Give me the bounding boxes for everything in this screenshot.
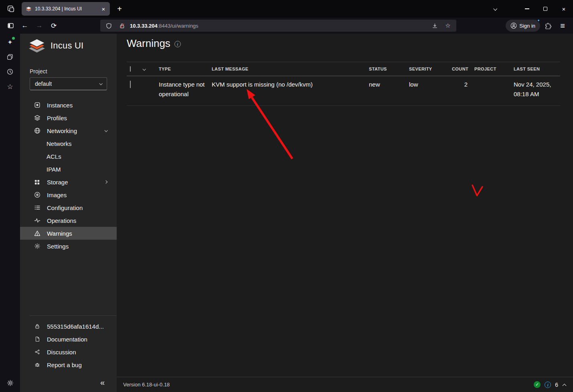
version-label: Version 6.18-ui-0.18 [123,382,170,388]
sidebar-item-label: 555315d6afa1614d... [47,323,104,330]
bookmarks-button[interactable]: ☆ [3,80,17,93]
sidebar-item-storage[interactable]: Storage [20,176,117,188]
help-info-icon[interactable]: i [174,41,181,47]
row-checkbox[interactable] [130,81,131,88]
notification-count: 6 [555,382,558,388]
maximize-button[interactable] [536,0,555,18]
expand-all-chevron-icon[interactable] [142,67,146,71]
sidebar-item-ipam[interactable]: IPAM [20,163,117,176]
sidebar-item-configuration[interactable]: Configuration [20,201,117,214]
page-title-row: Warnings i [127,35,560,51]
warning-triangle-icon [34,230,40,236]
main-navigation: Instances Profiles Networking Netwo [20,99,117,253]
sidebar-item-warnings[interactable]: Warnings [20,227,117,240]
forward-button[interactable]: → [33,20,46,32]
gear-icon [7,380,14,386]
url-host: 10.3.33.204 [130,23,158,29]
firefox-view-button[interactable] [4,2,18,15]
sidebar-item-discussion[interactable]: Discussion [20,346,117,358]
chevron-down-icon [493,6,497,10]
ai-status-dot [12,37,15,40]
synced-tabs-button[interactable] [3,50,17,64]
sidebar-item-acls[interactable]: ACLs [20,150,117,163]
status-ok-icon[interactable]: ✓ [534,381,541,388]
sidebar-item-certificate[interactable]: 555315d6afa1614d... [20,320,117,333]
sidebar-item-networking[interactable]: Networking [20,124,117,137]
navigation-toolbar: ← → ⟳ 10.3.33.204:8443/ui/warnings [0,18,573,34]
project-selected-value: default [35,81,52,87]
ai-chatbot-button[interactable]: ✦ [3,35,17,49]
back-button[interactable]: ← [18,20,31,32]
table-row: Instance type not operational KVM suppor… [127,76,560,106]
tab-close-icon[interactable]: × [99,5,107,13]
sidebar-item-label: Discussion [47,349,76,356]
chevron-down-icon [99,82,102,85]
close-window-button[interactable]: × [555,0,573,18]
share-icon [34,349,40,355]
sidebar-item-instances[interactable]: Instances [20,99,117,111]
notification-dot [537,19,540,22]
brand: Incus UI [20,34,117,54]
column-header-last-seen[interactable]: LAST SEEN [514,67,560,71]
status-bar-right: ✓ i 6 [534,381,566,388]
sidebar-item-networks[interactable]: Networks [20,137,117,150]
sidebar-item-documentation[interactable]: Documentation [20,333,117,346]
sidebar-item-label: Networking [47,127,77,134]
url-bar[interactable]: 10.3.33.204:8443/ui/warnings ☆ [100,20,456,32]
sidebar-item-label: ACLs [47,153,61,160]
column-header-project[interactable]: PROJECT [474,67,514,71]
minimize-button[interactable] [518,0,536,18]
project-block: Project default [20,54,117,90]
extensions-button[interactable] [542,20,555,32]
column-header-last-message[interactable]: LAST MESSAGE [212,67,369,71]
cell-count: 2 [452,80,468,89]
sidebar-toggle-button[interactable] [4,20,17,32]
new-tab-button[interactable]: + [113,2,126,15]
page-title: Warnings [127,37,170,50]
tab-strip: 10.3.33.204 | Incus UI × + × [0,0,573,18]
main-panel: Warnings i TYPE LAST MESSAGE STATUS SEVE… [117,34,573,392]
globe-icon [34,127,40,134]
incus-logo-icon [28,38,46,53]
url-text: 10.3.33.204:8443/ui/warnings [130,23,198,29]
sidebar-item-label: Warnings [47,230,72,237]
status-bar: Version 6.18-ui-0.18 ✓ i 6 [117,377,573,392]
save-page-icon[interactable] [429,20,440,31]
bookmark-star-icon[interactable]: ☆ [443,20,453,31]
sidebar-item-label: Images [47,192,67,198]
chevron-up-icon[interactable] [563,384,567,388]
sidebar-item-operations[interactable]: Operations [20,214,117,227]
profiles-layers-icon [34,115,40,121]
menu-hamburger-icon[interactable]: ≡ [556,20,569,32]
sidebar-item-label: Report a bug [47,362,82,368]
sidebar-item-report-bug[interactable]: Report a bug [20,358,117,371]
sidebar-settings-button[interactable] [3,376,17,390]
storage-grid-icon [34,179,40,185]
column-header-count[interactable]: COUNT [452,67,468,71]
sidebar-item-images[interactable]: Images [20,188,117,201]
sidebar-item-settings[interactable]: Settings [20,240,117,253]
sidebar-item-profiles[interactable]: Profiles [20,111,117,124]
column-header-severity[interactable]: SEVERITY [409,67,452,71]
project-select[interactable]: default [30,77,107,90]
select-all-checkbox[interactable] [130,66,131,72]
connection-lock-icon[interactable] [117,20,127,31]
chevron-down-icon[interactable] [104,129,107,132]
tracking-protection-shield-icon[interactable] [103,20,114,31]
reload-button[interactable]: ⟳ [47,20,60,32]
list-all-tabs-button[interactable] [488,2,502,15]
browser-tab[interactable]: 10.3.33.204 | Incus UI × [22,2,110,16]
sign-in-button[interactable]: Sign in [506,20,540,32]
column-header-type[interactable]: TYPE [159,67,212,71]
maximize-icon [543,7,547,11]
status-info-icon[interactable]: i [545,382,551,388]
column-header-status[interactable]: STATUS [369,67,409,71]
sidebar-item-label: IPAM [47,166,61,173]
collapse-sidebar-button[interactable]: « [100,378,105,386]
cell-status: new [369,80,409,89]
history-button[interactable] [3,65,17,79]
sidebar-item-label: Settings [47,243,69,250]
configuration-list-icon [34,204,40,211]
sidebar-item-label: Storage [47,179,68,186]
chevron-right-icon[interactable] [104,180,107,184]
